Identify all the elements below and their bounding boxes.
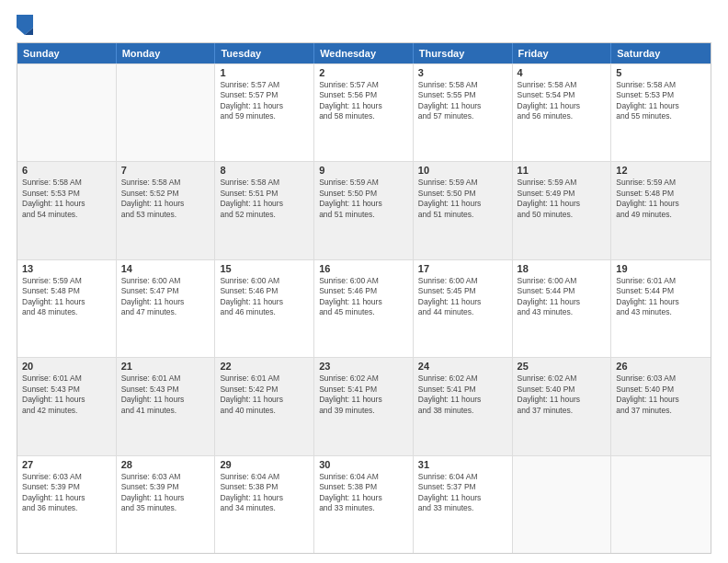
- cell-line: Sunrise: 6:03 AM: [22, 472, 111, 482]
- cell-line: Sunset: 5:46 PM: [319, 286, 408, 296]
- day-number: 3: [418, 67, 507, 78]
- day-cell-10: 10Sunrise: 5:59 AMSunset: 5:50 PMDayligh…: [414, 162, 513, 259]
- cell-line: and 57 minutes.: [418, 111, 507, 121]
- day-cell-28: 28Sunrise: 6:03 AMSunset: 5:39 PMDayligh…: [117, 456, 216, 553]
- day-cell-25: 25Sunrise: 6:02 AMSunset: 5:40 PMDayligh…: [513, 358, 612, 454]
- cell-line: Sunrise: 5:57 AM: [319, 80, 408, 90]
- day-number: 21: [121, 361, 210, 372]
- cell-line: and 59 minutes.: [220, 111, 309, 121]
- cell-line: Sunrise: 6:00 AM: [220, 276, 309, 286]
- day-cell-7: 7Sunrise: 5:58 AMSunset: 5:52 PMDaylight…: [117, 162, 216, 259]
- cell-line: Sunset: 5:57 PM: [220, 90, 309, 100]
- cell-line: Sunset: 5:55 PM: [418, 90, 507, 100]
- cell-line: and 37 minutes.: [518, 406, 607, 416]
- header: [17, 17, 711, 35]
- day-cell-27: 27Sunrise: 6:03 AMSunset: 5:39 PMDayligh…: [17, 456, 117, 553]
- day-cell-11: 11Sunrise: 5:59 AMSunset: 5:49 PMDayligh…: [513, 162, 612, 259]
- day-cell-30: 30Sunrise: 6:04 AMSunset: 5:38 PMDayligh…: [314, 456, 414, 553]
- cell-line: and 58 minutes.: [319, 111, 408, 121]
- header-cell-friday: Friday: [513, 43, 612, 63]
- day-number: 17: [418, 263, 507, 274]
- cell-line: Daylight: 11 hours: [418, 395, 507, 405]
- calendar-week-3: 13Sunrise: 5:59 AMSunset: 5:48 PMDayligh…: [17, 259, 711, 357]
- cell-line: and 34 minutes.: [220, 503, 309, 513]
- day-cell-2: 2Sunrise: 5:57 AMSunset: 5:56 PMDaylight…: [314, 64, 414, 161]
- cell-line: and 38 minutes.: [418, 406, 507, 416]
- cell-line: Sunrise: 5:58 AM: [121, 178, 210, 188]
- calendar: SundayMondayTuesdayWednesdayThursdayFrid…: [17, 42, 711, 554]
- cell-line: Sunrise: 6:01 AM: [616, 276, 706, 286]
- cell-line: Daylight: 11 hours: [616, 297, 706, 307]
- cell-line: and 40 minutes.: [220, 406, 309, 416]
- calendar-week-5: 27Sunrise: 6:03 AMSunset: 5:39 PMDayligh…: [17, 455, 711, 553]
- cell-line: Daylight: 11 hours: [319, 493, 408, 503]
- cell-line: Sunrise: 5:58 AM: [220, 178, 309, 188]
- cell-line: Daylight: 11 hours: [418, 199, 507, 209]
- cell-line: Sunrise: 5:59 AM: [22, 276, 111, 286]
- day-cell-15: 15Sunrise: 6:00 AMSunset: 5:46 PMDayligh…: [215, 260, 314, 357]
- cell-line: Sunset: 5:38 PM: [319, 482, 408, 492]
- day-number: 20: [22, 361, 111, 372]
- header-cell-thursday: Thursday: [414, 43, 513, 63]
- calendar-body: 1Sunrise: 5:57 AMSunset: 5:57 PMDaylight…: [17, 63, 711, 553]
- day-cell-5: 5Sunrise: 5:58 AMSunset: 5:53 PMDaylight…: [611, 64, 711, 161]
- cell-line: and 56 minutes.: [518, 111, 607, 121]
- cell-line: and 47 minutes.: [121, 307, 210, 317]
- cell-line: Sunset: 5:44 PM: [616, 286, 706, 296]
- cell-line: and 41 minutes.: [121, 406, 210, 416]
- cell-line: Sunset: 5:47 PM: [121, 286, 210, 296]
- day-cell-31: 31Sunrise: 6:04 AMSunset: 5:37 PMDayligh…: [414, 456, 513, 553]
- cell-line: Sunrise: 6:00 AM: [418, 276, 507, 286]
- cell-line: Sunset: 5:41 PM: [418, 385, 507, 395]
- day-number: 12: [616, 165, 706, 176]
- day-number: 7: [121, 165, 210, 176]
- cell-line: Sunrise: 5:57 AM: [220, 80, 309, 90]
- day-number: 15: [220, 263, 309, 274]
- cell-line: Sunset: 5:42 PM: [220, 385, 309, 395]
- day-number: 9: [319, 165, 408, 176]
- day-cell-4: 4Sunrise: 5:58 AMSunset: 5:54 PMDaylight…: [513, 64, 612, 161]
- cell-line: and 52 minutes.: [220, 210, 309, 220]
- cell-line: Sunset: 5:56 PM: [319, 90, 408, 100]
- cell-line: Sunset: 5:51 PM: [220, 189, 309, 199]
- day-cell-21: 21Sunrise: 6:01 AMSunset: 5:43 PMDayligh…: [117, 358, 216, 454]
- header-cell-sunday: Sunday: [17, 43, 117, 63]
- cell-line: Sunrise: 5:59 AM: [616, 178, 706, 188]
- cell-line: and 33 minutes.: [418, 503, 507, 513]
- cell-line: and 51 minutes.: [319, 210, 408, 220]
- empty-cell: [611, 456, 711, 553]
- cell-line: Daylight: 11 hours: [22, 297, 111, 307]
- cell-line: Sunrise: 5:59 AM: [319, 178, 408, 188]
- cell-line: Sunset: 5:46 PM: [220, 286, 309, 296]
- header-cell-tuesday: Tuesday: [215, 43, 314, 63]
- day-number: 28: [121, 459, 210, 470]
- calendar-week-2: 6Sunrise: 5:58 AMSunset: 5:53 PMDaylight…: [17, 161, 711, 259]
- cell-line: Daylight: 11 hours: [121, 493, 210, 503]
- day-number: 30: [319, 459, 408, 470]
- cell-line: Daylight: 11 hours: [22, 493, 111, 503]
- cell-line: Sunset: 5:39 PM: [121, 482, 210, 492]
- header-cell-saturday: Saturday: [611, 43, 711, 63]
- cell-line: and 37 minutes.: [616, 406, 706, 416]
- cell-line: and 43 minutes.: [518, 307, 607, 317]
- cell-line: Sunrise: 6:00 AM: [121, 276, 210, 286]
- day-number: 4: [518, 67, 607, 78]
- cell-line: Daylight: 11 hours: [418, 297, 507, 307]
- cell-line: Sunrise: 6:04 AM: [418, 472, 507, 482]
- logo-icon: [17, 15, 33, 35]
- cell-line: and 39 minutes.: [319, 406, 408, 416]
- cell-line: Sunset: 5:40 PM: [518, 385, 607, 395]
- calendar-week-4: 20Sunrise: 6:01 AMSunset: 5:43 PMDayligh…: [17, 357, 711, 454]
- cell-line: Daylight: 11 hours: [220, 493, 309, 503]
- logo: [17, 17, 35, 35]
- cell-line: Daylight: 11 hours: [121, 395, 210, 405]
- day-number: 11: [518, 165, 607, 176]
- cell-line: Daylight: 11 hours: [220, 395, 309, 405]
- day-number: 14: [121, 263, 210, 274]
- day-number: 24: [418, 361, 507, 372]
- day-cell-20: 20Sunrise: 6:01 AMSunset: 5:43 PMDayligh…: [17, 358, 117, 454]
- cell-line: and 50 minutes.: [518, 210, 607, 220]
- cell-line: Daylight: 11 hours: [418, 101, 507, 111]
- cell-line: Sunrise: 5:59 AM: [518, 178, 607, 188]
- empty-cell: [17, 64, 117, 161]
